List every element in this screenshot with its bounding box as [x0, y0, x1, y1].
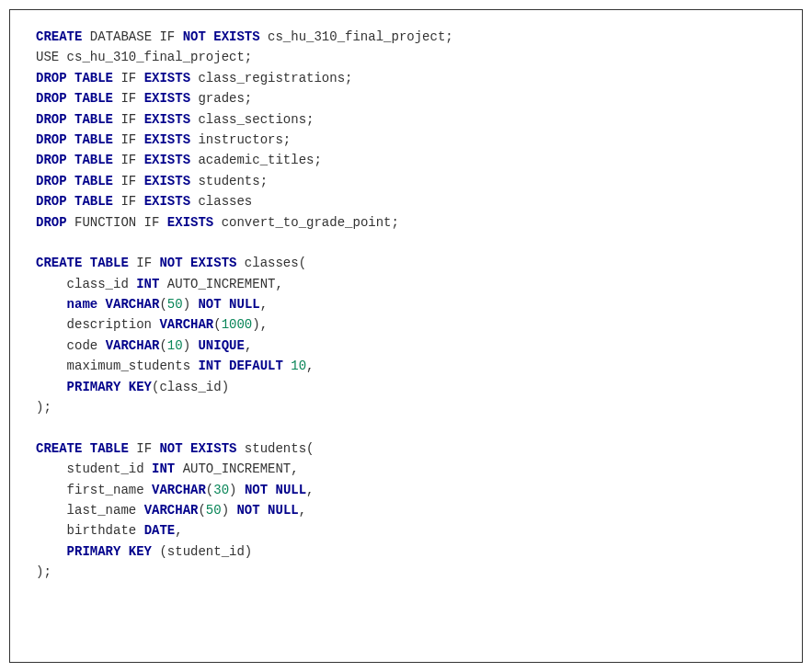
code-token: USE cs_hu_310_final_project; — [36, 50, 252, 64]
code-token: IF — [129, 441, 160, 456]
code-token: ), — [252, 317, 268, 332]
sql-code-block: CREATE DATABASE IF NOT EXISTS cs_hu_310_… — [36, 27, 776, 583]
code-token: ) — [183, 297, 199, 312]
code-token: class_registrations; — [190, 71, 352, 85]
code-token: IF — [129, 256, 160, 270]
code-token: 1000 — [222, 317, 253, 332]
code-token: NOT NULL — [245, 483, 306, 497]
code-token: EXISTS — [144, 112, 190, 127]
code-token: NOT NULL — [236, 503, 298, 518]
code-token: NOT NULL — [198, 297, 259, 312]
code-token: , — [245, 338, 252, 353]
code-token: ( — [159, 338, 166, 353]
code-token: EXISTS — [167, 215, 213, 230]
code-token: name VARCHAR — [67, 297, 160, 312]
code-token: , — [260, 297, 268, 312]
code-token: DROP TABLE — [36, 153, 113, 167]
code-token: NOT EXISTS — [159, 441, 236, 456]
code-token: FUNCTION IF — [67, 215, 167, 230]
code-token: PRIMARY KEY — [67, 380, 152, 394]
code-token: VARCHAR — [159, 317, 213, 332]
code-token: IF — [113, 194, 144, 209]
code-token: ( — [206, 483, 213, 497]
code-token: birthdate — [36, 523, 144, 538]
code-token: DROP TABLE — [36, 91, 113, 106]
code-token: convert_to_grade_point; — [213, 215, 399, 230]
code-token: CREATE — [36, 29, 82, 44]
code-token: DROP TABLE — [36, 71, 113, 85]
code-token: IF — [113, 174, 144, 188]
code-token: DATE — [144, 523, 176, 538]
code-token: EXISTS — [144, 71, 190, 85]
code-token: ) — [222, 503, 237, 518]
code-token: , — [175, 523, 182, 538]
code-listing-box: CREATE DATABASE IF NOT EXISTS cs_hu_310_… — [9, 9, 803, 663]
code-token: VARCHAR — [106, 338, 160, 353]
code-token: DROP TABLE — [36, 174, 113, 188]
code-token: IF — [113, 91, 144, 106]
code-token: , — [306, 359, 314, 373]
code-token: student_id — [36, 461, 152, 476]
code-token: (class_id) — [152, 380, 229, 394]
code-token: , — [299, 503, 306, 518]
code-token: ); — [36, 564, 51, 579]
code-token: EXISTS — [144, 174, 190, 188]
code-token: grades; — [190, 91, 252, 106]
code-token: (student_id) — [152, 544, 252, 559]
code-token: ) — [229, 483, 245, 497]
code-token: AUTO_INCREMENT, — [175, 461, 298, 476]
code-token: VARCHAR — [152, 483, 206, 497]
code-token — [36, 544, 67, 559]
code-token: INT DEFAULT — [198, 359, 282, 373]
code-token: DROP TABLE — [36, 194, 113, 209]
code-token: class_id — [36, 277, 136, 291]
code-token: DROP — [36, 215, 67, 230]
code-token: INT — [136, 277, 159, 291]
code-token: IF — [113, 71, 144, 85]
code-token: classes — [190, 194, 252, 209]
code-token: EXISTS — [144, 153, 190, 167]
code-token — [36, 380, 67, 394]
code-token: NOT EXISTS — [159, 256, 236, 270]
code-token: code — [36, 338, 106, 353]
code-token: DROP TABLE — [36, 132, 113, 147]
code-token: last_name — [36, 503, 144, 518]
page-container: CREATE DATABASE IF NOT EXISTS cs_hu_310_… — [0, 0, 812, 672]
code-token — [283, 359, 291, 373]
code-token: instructors; — [190, 132, 291, 147]
code-token: ( — [198, 503, 205, 518]
code-token: classes( — [236, 256, 306, 270]
code-token: IF — [113, 132, 144, 147]
code-token: DATABASE IF — [82, 29, 182, 44]
code-token: first_name — [36, 483, 152, 497]
code-token: students( — [236, 441, 314, 456]
code-token: UNIQUE — [198, 338, 244, 353]
code-token: academic_titles; — [190, 153, 322, 167]
code-token: ); — [36, 400, 51, 415]
code-token: INT — [152, 461, 175, 476]
code-token: IF — [113, 153, 144, 167]
code-token: VARCHAR — [144, 503, 199, 518]
code-token: DROP TABLE — [36, 112, 113, 127]
code-token: AUTO_INCREMENT, — [159, 277, 282, 291]
code-token: CREATE TABLE — [36, 441, 129, 456]
code-token: 10 — [167, 338, 183, 353]
code-token: ( — [159, 297, 166, 312]
code-token: EXISTS — [144, 91, 190, 106]
code-token: 10 — [291, 359, 306, 373]
code-token — [36, 297, 67, 312]
code-token: cs_hu_310_final_project; — [260, 29, 453, 44]
code-token: 50 — [167, 297, 183, 312]
code-token: CREATE TABLE — [36, 256, 129, 270]
code-token: EXISTS — [144, 194, 190, 209]
code-token: class_sections; — [190, 112, 314, 127]
code-token: 50 — [206, 503, 222, 518]
code-token: IF — [113, 112, 144, 127]
code-token: PRIMARY KEY — [67, 544, 152, 559]
code-token: 30 — [213, 483, 229, 497]
code-token: EXISTS — [144, 132, 190, 147]
code-token: ) — [183, 338, 199, 353]
code-token: maximum_students — [36, 359, 198, 373]
code-token: ( — [213, 317, 221, 332]
code-token: , — [306, 483, 314, 497]
